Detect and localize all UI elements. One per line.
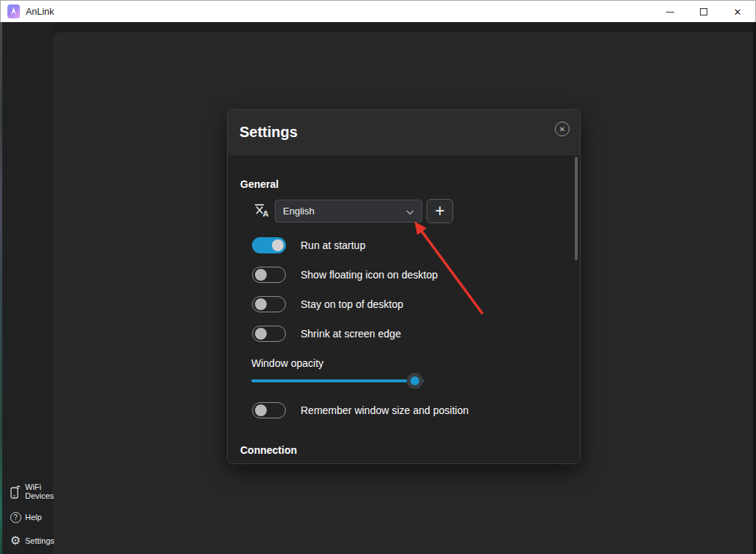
- toggle-label: Remember window size and position: [301, 404, 469, 416]
- window-title: AnLink: [26, 7, 54, 17]
- toggle-row-remember-window: Remember window size and position: [252, 402, 469, 418]
- toggle-remember-window[interactable]: [252, 402, 286, 418]
- toggle-row-stay-on-top: Stay on top of desktop: [252, 296, 403, 312]
- section-header-general: General: [240, 178, 279, 190]
- sidebar-item-label: Help: [25, 513, 53, 522]
- settings-dialog-body: General A English + Run a: [228, 155, 580, 463]
- toggle-knob: [255, 269, 267, 281]
- desktop-edge-right: [753, 22, 756, 554]
- settings-dialog: Settings ✕ General A English: [227, 109, 581, 464]
- slider-track: [251, 379, 424, 382]
- plus-icon: +: [435, 204, 444, 217]
- toggle-knob: [255, 328, 267, 340]
- maximize-icon: [700, 8, 707, 15]
- toggle-knob: [255, 298, 267, 310]
- toggle-row-shrink-at-edge: Shrink at screen edge: [252, 326, 401, 342]
- sidebar-item-help[interactable]: ? Help: [2, 511, 53, 524]
- minimize-icon: [666, 12, 674, 13]
- sidebar-item-label: Settings: [25, 536, 55, 546]
- section-header-connection: Connection: [240, 444, 297, 456]
- toggle-row-floating-icon: Show floating icon on desktop: [252, 267, 438, 283]
- dialog-scrollbar[interactable]: [575, 157, 578, 260]
- window-opacity-label: Window opacity: [251, 357, 323, 369]
- window-controls: ✕: [653, 1, 755, 22]
- dialog-close-button[interactable]: ✕: [555, 122, 570, 136]
- phone-wifi-icon: [8, 484, 23, 499]
- toggle-knob: [255, 404, 267, 416]
- toggle-run-at-startup[interactable]: [252, 237, 286, 253]
- chevron-down-icon: [406, 205, 414, 218]
- language-dropdown-value: English: [283, 206, 406, 217]
- minimize-button[interactable]: [653, 1, 687, 22]
- toggle-knob: [272, 239, 284, 251]
- toggle-label: Shrink at screen edge: [301, 328, 401, 340]
- close-button[interactable]: ✕: [721, 1, 755, 22]
- slider-thumb[interactable]: [407, 373, 423, 389]
- toggle-stay-on-top[interactable]: [252, 296, 286, 312]
- gear-icon: ⚙: [8, 535, 23, 547]
- maximize-button[interactable]: [687, 1, 721, 22]
- toggle-show-floating-icon[interactable]: [252, 267, 286, 283]
- titlebar: AnLink ✕: [0, 0, 756, 22]
- toggle-label: Stay on top of desktop: [301, 298, 403, 310]
- svg-text:A: A: [263, 209, 269, 218]
- close-icon: ✕: [734, 7, 742, 17]
- window-opacity-slider[interactable]: [251, 373, 424, 389]
- sidebar-item-label: WiFi Devices: [25, 483, 54, 501]
- sidebar-item-wifi-devices[interactable]: WiFi Devices: [2, 480, 53, 502]
- translate-icon: A: [253, 201, 270, 222]
- circle-x-icon: ✕: [559, 125, 565, 133]
- slider-thumb-dot: [410, 376, 419, 385]
- toggle-label: Run at startup: [301, 239, 365, 251]
- toggle-label: Show floating icon on desktop: [301, 269, 438, 281]
- app-background: WiFi Devices ? Help ⚙ Settings Settings …: [0, 22, 756, 554]
- help-circle-icon: ?: [8, 512, 23, 523]
- add-language-button[interactable]: +: [427, 199, 453, 223]
- sidebar: WiFi Devices ? Help ⚙ Settings: [2, 22, 53, 554]
- dialog-title: Settings: [239, 124, 298, 141]
- anlink-logo-icon: [7, 4, 20, 18]
- sidebar-item-settings[interactable]: ⚙ Settings: [2, 534, 53, 547]
- toggle-shrink-at-edge[interactable]: [252, 326, 286, 342]
- toggle-row-run-at-startup: Run at startup: [252, 237, 365, 253]
- settings-dialog-header: Settings ✕: [228, 110, 580, 155]
- language-dropdown[interactable]: English: [275, 200, 422, 222]
